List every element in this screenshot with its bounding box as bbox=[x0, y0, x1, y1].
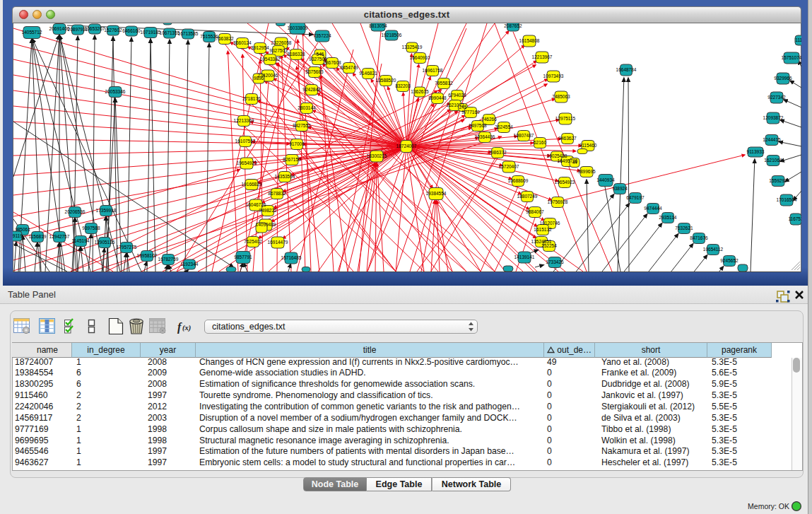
svg-text:9327503: 9327503 bbox=[269, 48, 288, 53]
svg-text:19218506: 19218506 bbox=[382, 33, 402, 37]
svg-text:1192344: 1192344 bbox=[181, 262, 199, 267]
svg-text:20206536: 20206536 bbox=[65, 209, 86, 214]
svg-text:15720407: 15720407 bbox=[499, 164, 519, 169]
svg-text:6794028: 6794028 bbox=[448, 93, 466, 98]
svg-text:20691406: 20691406 bbox=[49, 26, 70, 31]
svg-text:1440934: 1440934 bbox=[596, 177, 615, 182]
svg-text:938924: 938924 bbox=[612, 186, 628, 191]
svg-text:19384554: 19384554 bbox=[426, 191, 447, 196]
svg-text:7632621: 7632621 bbox=[675, 226, 693, 230]
svg-text:2935114: 2935114 bbox=[659, 215, 677, 220]
svg-text:1733426: 1733426 bbox=[546, 259, 564, 264]
svg-text:39119: 39119 bbox=[13, 233, 23, 238]
svg-text:10958107: 10958107 bbox=[137, 253, 158, 258]
svg-text:17359918: 17359918 bbox=[96, 208, 117, 213]
svg-text:8186328: 8186328 bbox=[287, 52, 305, 57]
svg-text:5375685: 5375685 bbox=[305, 69, 324, 74]
svg-text:13588520: 13588520 bbox=[376, 78, 396, 83]
svg-text:12975115: 12975115 bbox=[555, 116, 576, 121]
svg-text:19654923: 19654923 bbox=[555, 180, 575, 185]
svg-text:1559297: 1559297 bbox=[769, 178, 787, 183]
svg-text:10719185: 10719185 bbox=[141, 30, 161, 35]
svg-text:13325419: 13325419 bbox=[402, 45, 423, 49]
svg-text:832203: 832203 bbox=[395, 83, 411, 88]
svg-text:9884067: 9884067 bbox=[526, 209, 544, 214]
svg-text:16782759: 16782759 bbox=[158, 257, 179, 262]
svg-text:16154808: 16154808 bbox=[519, 38, 540, 43]
svg-text:20053346: 20053346 bbox=[105, 89, 126, 94]
svg-text:19756928: 19756928 bbox=[548, 199, 568, 204]
svg-text:16961758: 16961758 bbox=[423, 68, 443, 73]
svg-text:10671355: 10671355 bbox=[160, 30, 180, 35]
svg-text:20364436: 20364436 bbox=[475, 134, 495, 139]
svg-text:2087652: 2087652 bbox=[504, 23, 522, 28]
svg-text:9857791: 9857791 bbox=[234, 255, 252, 259]
svg-text:44: 44 bbox=[572, 160, 577, 165]
svg-text:6479197: 6479197 bbox=[626, 195, 645, 200]
svg-text:10120746: 10120746 bbox=[540, 221, 560, 226]
svg-text:9227342: 9227342 bbox=[767, 95, 786, 100]
svg-text:1117: 1117 bbox=[795, 37, 801, 42]
svg-text:18300215: 18300215 bbox=[367, 153, 387, 158]
svg-text:1615132: 1615132 bbox=[534, 227, 552, 232]
svg-text:8990448: 8990448 bbox=[428, 95, 447, 100]
svg-text:9777169: 9777169 bbox=[461, 110, 480, 115]
svg-text:16713585: 16713585 bbox=[178, 31, 199, 36]
svg-text:15716485: 15716485 bbox=[281, 255, 302, 260]
svg-text:7955812: 7955812 bbox=[435, 81, 453, 86]
svg-text:9498222: 9498222 bbox=[259, 208, 277, 213]
svg-text:1621064: 1621064 bbox=[764, 158, 782, 163]
svg-text:7357224: 7357224 bbox=[313, 33, 331, 38]
svg-text:2718176: 2718176 bbox=[242, 96, 261, 101]
svg-text:1362615: 1362615 bbox=[411, 89, 429, 94]
svg-text:746266: 746266 bbox=[481, 117, 497, 122]
svg-text:9899695: 9899695 bbox=[577, 169, 596, 174]
svg-text:3624554: 3624554 bbox=[495, 124, 513, 129]
svg-text:8813054: 8813054 bbox=[369, 23, 387, 28]
svg-text:7986372: 7986372 bbox=[488, 150, 507, 155]
svg-text:14099489: 14099489 bbox=[256, 222, 276, 227]
svg-text:116753: 116753 bbox=[788, 216, 801, 221]
svg-text:9474444: 9474444 bbox=[644, 206, 662, 211]
svg-text:23226058: 23226058 bbox=[271, 40, 292, 45]
svg-text:12942757: 12942757 bbox=[49, 234, 70, 239]
svg-text:16033809: 16033809 bbox=[288, 25, 308, 30]
svg-text:9329966: 9329966 bbox=[774, 76, 792, 81]
svg-text:10688609: 10688609 bbox=[508, 178, 529, 183]
svg-text:6466160: 6466160 bbox=[122, 28, 141, 33]
svg-text:18807249: 18807249 bbox=[517, 194, 538, 199]
svg-text:f: f bbox=[177, 321, 182, 334]
svg-text:19654923: 19654923 bbox=[237, 160, 257, 165]
svg-text:12213967: 12213967 bbox=[532, 54, 553, 59]
svg-text:14353594: 14353594 bbox=[275, 174, 295, 179]
svg-text:10654112: 10654112 bbox=[703, 247, 724, 252]
svg-text:7663822: 7663822 bbox=[216, 36, 234, 41]
svg-text:9242848: 9242848 bbox=[302, 87, 321, 92]
svg-text:19166829: 19166829 bbox=[242, 182, 262, 187]
svg-text:16046726: 16046726 bbox=[246, 202, 266, 207]
svg-text:9113933: 9113933 bbox=[747, 149, 765, 154]
svg-text:9896: 9896 bbox=[254, 76, 264, 81]
svg-text:1527602: 1527602 bbox=[104, 28, 122, 33]
svg-text:9463627: 9463627 bbox=[558, 136, 577, 141]
svg-text:12213369: 12213369 bbox=[234, 118, 254, 123]
svg-text:10807487: 10807487 bbox=[514, 133, 534, 138]
svg-text:12905135: 12905135 bbox=[95, 240, 115, 245]
svg-text:18724007: 18724007 bbox=[396, 144, 417, 148]
svg-text:7485063: 7485063 bbox=[552, 94, 570, 99]
svg-text:1145194: 1145194 bbox=[72, 238, 90, 243]
svg-text:10543382: 10543382 bbox=[260, 57, 281, 62]
svg-text:2867608: 2867608 bbox=[323, 60, 341, 65]
svg-text:9245652: 9245652 bbox=[720, 258, 739, 263]
svg-text:8912954: 8912954 bbox=[251, 45, 269, 50]
svg-text:917006: 917006 bbox=[289, 141, 305, 146]
svg-text:10973493: 10973493 bbox=[543, 74, 564, 78]
svg-text:8454749: 8454749 bbox=[340, 65, 358, 70]
svg-text:9146821: 9146821 bbox=[359, 71, 377, 76]
svg-text:16107553: 16107553 bbox=[235, 139, 256, 144]
svg-text:8678832: 8678832 bbox=[268, 191, 286, 196]
svg-text:16914479: 16914479 bbox=[268, 240, 288, 245]
svg-text:(x): (x) bbox=[182, 324, 191, 332]
svg-text:16640910: 16640910 bbox=[410, 55, 430, 60]
svg-text:16648784: 16648784 bbox=[616, 67, 637, 72]
